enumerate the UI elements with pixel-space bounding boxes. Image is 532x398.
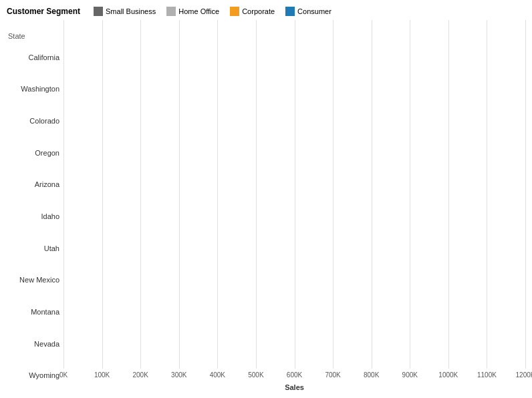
legend-item-consumer: Consumer	[285, 7, 331, 16]
x-tick-label: 400K	[210, 371, 225, 379]
bar-row	[63, 273, 525, 305]
legend-item-home-office: Home Office	[166, 7, 219, 16]
home-office-swatch	[166, 7, 176, 16]
legend-label-small-business: Small Business	[106, 7, 156, 15]
bar-row	[63, 178, 525, 210]
legend-row: Customer Segment Small Business Home Off…	[7, 7, 525, 16]
x-axis: 0K100K200K300K400K500K600K700K800K900K10…	[63, 369, 525, 391]
corporate-swatch	[230, 7, 239, 16]
chart-container: Customer Segment Small Business Home Off…	[0, 0, 532, 398]
bar-row	[63, 242, 525, 273]
x-tick-label: 500K	[248, 371, 263, 379]
legend-item-small-business: Small Business	[94, 7, 156, 16]
bar-row	[63, 84, 525, 116]
consumer-swatch	[285, 7, 295, 16]
y-label: Wyoming	[7, 359, 63, 391]
small-business-swatch	[94, 7, 103, 16]
x-tick-label: 1200K	[516, 371, 532, 379]
legend-title: Customer Segment	[7, 7, 80, 16]
y-labels: CaliforniaWashingtonColoradoOregonArizon…	[7, 41, 63, 391]
x-tick-label: 100K	[94, 371, 110, 379]
x-tick-label: 1100K	[477, 371, 497, 379]
x-axis-title: Sales	[63, 383, 525, 391]
x-tick-label: 200K	[132, 371, 148, 379]
bar-row	[63, 305, 525, 336]
y-label: Utah	[7, 232, 63, 264]
x-tick-label: 900K	[402, 371, 418, 379]
y-label: Nevada	[7, 328, 63, 360]
y-axis-state-label: State	[7, 32, 63, 40]
y-label: Idaho	[7, 200, 63, 232]
x-tick-label: 700K	[325, 371, 340, 379]
y-label: New Mexico	[7, 264, 63, 296]
x-ticks: 0K100K200K300K400K500K600K700K800K900K10…	[63, 371, 525, 382]
legend-item-corporate: Corporate	[230, 7, 275, 16]
y-label: Washington	[7, 73, 63, 106]
bar-row	[63, 53, 525, 84]
y-label: California	[7, 41, 63, 73]
x-tick-label: 600K	[287, 371, 302, 379]
bar-row	[63, 21, 525, 53]
plot-area: 0K100K200K300K400K500K600K700K800K900K10…	[63, 20, 525, 391]
bar-row	[63, 147, 525, 178]
bar-row	[63, 210, 525, 242]
bar-row	[63, 116, 525, 147]
y-label: Montana	[7, 296, 63, 328]
chart-body: State CaliforniaWashingtonColoradoOregon…	[7, 20, 525, 391]
x-tick-label: 1000K	[438, 371, 458, 379]
y-axis: State CaliforniaWashingtonColoradoOregon…	[7, 20, 63, 391]
legend-label-consumer: Consumer	[297, 7, 331, 15]
grid-line	[525, 20, 526, 369]
x-tick-label: 300K	[171, 371, 186, 379]
y-label: Colorado	[7, 105, 63, 137]
bar-row	[63, 336, 525, 367]
legend-label-corporate: Corporate	[242, 7, 275, 15]
x-tick-label: 800K	[364, 371, 379, 379]
bars-section	[63, 20, 525, 369]
y-label: Arizona	[7, 169, 63, 201]
gridlines-container	[63, 20, 525, 369]
bars-wrapper	[63, 20, 525, 369]
legend-label-home-office: Home Office	[178, 7, 219, 15]
y-label: Oregon	[7, 137, 63, 169]
x-tick-label: 0K	[59, 371, 68, 379]
